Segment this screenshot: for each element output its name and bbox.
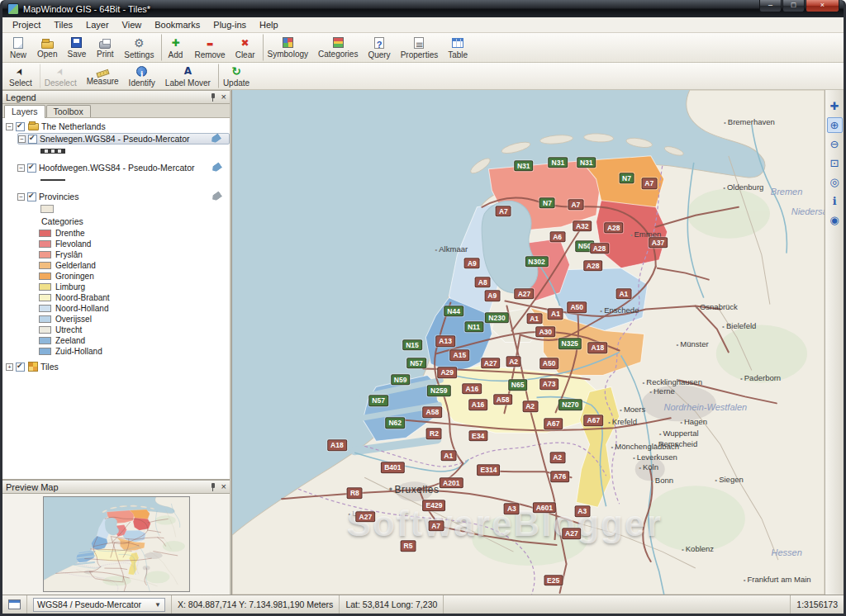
toolbar-button[interactable]: Identify [124, 64, 160, 88]
tree-root-netherlands[interactable]: − The Netherlands [6, 121, 230, 132]
label-tag-icon[interactable] [211, 162, 222, 173]
collapse-icon[interactable]: − [17, 193, 25, 201]
legend-category[interactable]: Fryslân [39, 249, 230, 259]
properties-icon [414, 37, 424, 49]
collapse-icon[interactable]: − [17, 164, 25, 172]
menu-item-plugins[interactable]: Plug-ins [207, 18, 253, 31]
toolbar-button[interactable]: Clear [231, 34, 260, 61]
toolbar-button[interactable]: Open [32, 34, 62, 61]
road-shield: N62 [385, 418, 405, 429]
expand-icon[interactable]: + [6, 363, 13, 371]
label-tag-icon[interactable] [210, 133, 221, 144]
toolbar-button[interactable]: Update [218, 64, 254, 88]
menu-item-help[interactable]: Help [253, 18, 285, 31]
pan-tool-icon[interactable]: ✚ [827, 98, 843, 114]
legend-category[interactable]: Overijssel [39, 314, 230, 324]
city-label: Osnabrück [696, 301, 738, 310]
city-label: Bremerhaven [724, 116, 775, 126]
close-icon[interactable]: × [221, 482, 226, 491]
collapse-icon[interactable]: − [6, 123, 13, 130]
legend-category[interactable]: Noord-Holland [39, 303, 230, 313]
toolbar-button[interactable]: Table [443, 34, 473, 61]
pin-icon[interactable] [208, 482, 217, 491]
zoom-out-tool-icon[interactable]: ⊖ [827, 136, 843, 152]
road-shield: A76 [550, 471, 570, 482]
table-icon [452, 38, 463, 48]
road-shield: A67 [544, 419, 563, 430]
toolbar-button[interactable]: Symbology [263, 34, 313, 61]
layer-item-tiles[interactable]: + Tiles [6, 361, 230, 372]
toolbar-button[interactable]: Measure [82, 64, 124, 88]
menu-item-view[interactable]: View [116, 18, 149, 31]
layer-item-hoofdwegen[interactable]: − Hoofdwegen.WGS84 - Pseudo-Mercator [17, 162, 230, 173]
layer-checkbox[interactable] [27, 163, 36, 173]
attribute-table-tool-icon[interactable]: ◉ [827, 212, 843, 228]
legend-category[interactable]: Groningen [39, 271, 230, 281]
toolbar-button[interactable]: Categories [313, 34, 363, 61]
menu-bar: Project Tiles Layer View Bookmarks Plug-… [2, 17, 844, 33]
layer-item-snelwegen[interactable]: − Snelwegen.WGS84 - Pseudo-Mercator [17, 133, 230, 145]
road-shield: E314 [478, 464, 501, 476]
road-shield: A1 [440, 450, 456, 462]
toolbar-button[interactable]: Settings [119, 34, 159, 61]
title-bar[interactable]: MapWindow GIS - 64Bit - Tiles* – □ × [2, 0, 844, 17]
legend-category[interactable]: Zuid-Holland [39, 346, 230, 356]
minimize-button[interactable]: – [759, 0, 782, 12]
toolbar-button[interactable]: Properties [396, 34, 444, 61]
projection-dropdown[interactable]: WGS84 / Pseudo-Mercator ▼ [33, 598, 165, 612]
layer-item-provincies[interactable]: − Provincies [17, 191, 230, 202]
city-label: Alkmaar [435, 244, 468, 253]
pin-icon[interactable] [208, 92, 217, 102]
menu-item-layer[interactable]: Layer [79, 18, 116, 31]
layer-checkbox[interactable] [27, 192, 36, 201]
layer-checkbox[interactable] [16, 122, 25, 131]
road-shield: A28 [590, 243, 610, 254]
menu-item-tiles[interactable]: Tiles [47, 18, 79, 31]
legend-category[interactable]: Utrecht [39, 325, 230, 334]
toolbar-button[interactable]: Select [4, 64, 37, 88]
road-shield: A29 [437, 367, 457, 378]
road-shield: A7 [428, 520, 444, 532]
zoom-extent-tool-icon[interactable]: ⊡ [827, 155, 843, 171]
menu-item-project[interactable]: Project [6, 18, 47, 31]
city-label: Hagen [680, 417, 707, 426]
maximize-button[interactable]: □ [782, 0, 805, 12]
road-shield: N31 [577, 157, 596, 168]
close-button[interactable]: × [806, 0, 839, 12]
layer-checkbox[interactable] [16, 362, 25, 372]
toolbar-button[interactable]: Query [363, 34, 395, 61]
toolbar-button[interactable]: Remove [189, 34, 230, 61]
toolbar-button[interactable]: Save [62, 34, 91, 61]
identify-tool-icon[interactable]: ℹ [827, 193, 843, 209]
road-shield: R5 [401, 541, 416, 552]
label-tag-icon[interactable] [211, 191, 222, 201]
tab-layers[interactable]: Layers [4, 105, 45, 118]
category-color-swatch [39, 326, 51, 334]
clear-layers-icon [239, 36, 252, 50]
toolbar-button[interactable]: New [4, 34, 32, 61]
legend-category[interactable]: Flevoland [39, 239, 230, 249]
legend-category[interactable]: Limburg [39, 282, 230, 291]
preview-map-thumbnail[interactable] [43, 496, 190, 592]
legend-category[interactable]: Noord-Brabant [39, 292, 230, 302]
legend-category[interactable]: Drenthe [39, 228, 230, 238]
menu-item-bookmarks[interactable]: Bookmarks [148, 18, 207, 31]
collapse-icon[interactable]: − [18, 135, 26, 143]
close-icon[interactable]: × [221, 92, 226, 102]
layer-checkbox[interactable] [28, 135, 37, 144]
tab-toolbox[interactable]: Toolbox [46, 105, 91, 117]
map-view[interactable]: Bremerhaven Oldenburg Bremen Niedersachs… [231, 90, 825, 595]
road-shield: A67 [584, 415, 604, 426]
statusbar-grid-icon [8, 599, 21, 609]
legend-category[interactable]: Gelderland [39, 260, 230, 270]
city-label: Bremen [771, 187, 803, 197]
category-color-swatch [39, 262, 51, 269]
legend-category[interactable]: Zeeland [39, 335, 230, 345]
toolbar-button[interactable]: Deselect [40, 64, 82, 88]
road-shield: A7 [568, 199, 583, 211]
toolbar-button[interactable]: Label Mover [160, 64, 216, 88]
zoom-selection-tool-icon[interactable]: ◎ [827, 174, 843, 190]
zoom-in-tool-icon[interactable]: ⊕ [827, 117, 843, 133]
toolbar-button[interactable]: Print [91, 34, 119, 61]
toolbar-button[interactable]: Add [161, 34, 189, 61]
